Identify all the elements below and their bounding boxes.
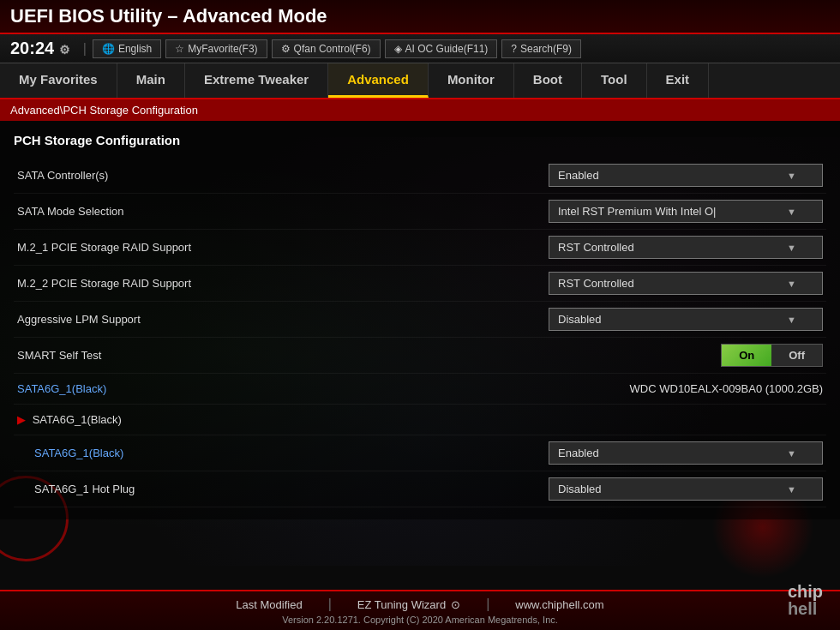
qfan-button[interactable]: ⚙ Qfan Control(F6): [272, 39, 381, 58]
chevron-down-icon-1: ▼: [787, 207, 796, 217]
dropdown-wrapper-3[interactable]: RST Controlled▼: [549, 272, 823, 295]
main-content: PCH Storage Configuration SATA Controlle…: [0, 121, 840, 519]
breadcrumb: Advanced\PCH Storage Configuration: [0, 99, 840, 121]
search-button[interactable]: ? Search(F9): [501, 39, 581, 58]
nav-tab-monitor[interactable]: Monitor: [429, 63, 514, 98]
chevron-down-icon-3: ▼: [787, 279, 796, 289]
nav-tab-main[interactable]: Main: [117, 63, 185, 98]
dropdown-value-2: RST Controlled: [558, 241, 787, 254]
row-arrow-icon: ▶: [17, 413, 29, 426]
config-label-3: M.2_2 PCIE Storage RAID Support: [17, 277, 343, 290]
config-value-3: RST Controlled▼: [343, 272, 823, 295]
myfavorite-button[interactable]: ☆ MyFavorite(F3): [165, 39, 267, 58]
footer: Last Modified | EZ Tuning Wizard ⊙ | www…: [0, 590, 840, 630]
header-top-bar: UEFI BIOS Utility – Advanced Mode: [0, 0, 840, 34]
nav-tab-tool[interactable]: Tool: [582, 63, 647, 98]
toggle-on-button-5[interactable]: On: [722, 345, 771, 366]
chevron-down-icon-9: ▼: [787, 484, 796, 495]
qfan-label: Qfan Control(F6): [294, 43, 371, 55]
nav-bar: My FavoritesMainExtreme TweakerAdvancedM…: [0, 63, 840, 99]
dropdown-wrapper-9[interactable]: Disabled▼: [549, 477, 823, 501]
ez-tuning-label: EZ Tuning Wizard: [357, 598, 446, 611]
ai-oc-icon: ◈: [394, 43, 402, 55]
ai-oc-label: AI OC Guide(F11): [405, 43, 489, 55]
dropdown-wrapper-2[interactable]: RST Controlled▼: [549, 236, 823, 259]
dropdown-8[interactable]: Enabled▼: [549, 441, 823, 465]
config-row-5: SMART Self TestOnOff: [14, 338, 826, 374]
language-label: English: [118, 43, 152, 55]
last-modified-button[interactable]: Last Modified: [236, 598, 302, 611]
toolbar-separator-1: |: [83, 41, 87, 57]
website-label: www.chiphell.com: [515, 598, 603, 611]
config-value-5: OnOff: [343, 344, 823, 367]
search-label: Search(F9): [520, 43, 572, 55]
dropdown-wrapper-8[interactable]: Enabled▼: [549, 441, 823, 465]
toggle-group-5: OnOff: [721, 344, 823, 367]
dropdown-value-3: RST Controlled: [558, 277, 787, 290]
dropdown-wrapper-1[interactable]: Intel RST Premium With Intel O|▼: [549, 200, 823, 223]
ez-tuning-button[interactable]: EZ Tuning Wizard ⊙: [357, 598, 460, 611]
footer-sep-2: |: [486, 597, 489, 612]
config-label-9: SATA6G_1 Hot Plug: [17, 483, 343, 495]
ai-oc-button[interactable]: ◈ AI OC Guide(F11): [385, 39, 498, 58]
device-text-6: WDC WD10EALX-009BA0 (1000.2GB): [630, 382, 823, 395]
dropdown-wrapper-0[interactable]: Enabled▼: [549, 164, 823, 187]
ez-tuning-icon: ⊙: [451, 598, 460, 611]
nav-tab-advanced[interactable]: Advanced: [328, 63, 429, 98]
qfan-icon: ⚙: [281, 43, 291, 55]
dropdown-9[interactable]: Disabled▼: [549, 477, 823, 501]
dropdown-wrapper-4[interactable]: Disabled▼: [549, 308, 823, 331]
chevron-down-icon-2: ▼: [787, 243, 796, 253]
chevron-down-icon-4: ▼: [787, 315, 796, 325]
website-link[interactable]: www.chiphell.com: [515, 598, 603, 611]
time-display: 20:24 ⚙: [10, 39, 70, 58]
config-value-2: RST Controlled▼: [343, 236, 823, 259]
dropdown-value-4: Disabled: [558, 313, 787, 326]
config-value-1: Intel RST Premium With Intel O|▼: [343, 200, 823, 223]
gear-icon: ⚙: [59, 43, 70, 57]
config-label-2: M.2_1 PCIE Storage RAID Support: [17, 241, 343, 254]
dropdown-2[interactable]: RST Controlled▼: [549, 236, 823, 259]
dropdown-1[interactable]: Intel RST Premium With Intel O|▼: [549, 200, 823, 223]
language-button[interactable]: 🌐 English: [93, 39, 161, 58]
toolbar: 20:24 ⚙ | 🌐 English ☆ MyFavorite(F3) ⚙ Q…: [0, 34, 840, 63]
config-label-6: SATA6G_1(Black): [17, 382, 343, 395]
config-label-5: SMART Self Test: [17, 349, 343, 362]
chiphell-logo: chip hell: [788, 583, 823, 617]
last-modified-label: Last Modified: [236, 598, 302, 611]
config-label-4: Aggressive LPM Support: [17, 313, 343, 326]
time-text: 20:24: [10, 39, 54, 57]
config-label-7: ▶ SATA6G_1(Black): [17, 413, 343, 426]
config-label-8: SATA6G_1(Black): [17, 447, 343, 459]
toggle-off-button-5[interactable]: Off: [771, 345, 822, 366]
config-row-0: SATA Controller(s)Enabled▼: [14, 158, 826, 194]
dropdown-4[interactable]: Disabled▼: [549, 308, 823, 331]
dropdown-value-9: Disabled: [558, 483, 787, 495]
search-icon: ?: [511, 43, 517, 55]
language-globe-icon: 🌐: [102, 43, 115, 55]
myfavorite-icon: ☆: [175, 43, 184, 55]
chevron-down-icon-8: ▼: [787, 448, 796, 459]
nav-tab-my-favorites[interactable]: My Favorites: [0, 63, 117, 98]
config-row-8: SATA6G_1(Black)Enabled▼: [14, 435, 826, 471]
dropdown-value-0: Enabled: [558, 169, 787, 182]
bios-title: UEFI BIOS Utility – Advanced Mode: [10, 5, 830, 27]
nav-tab-extreme-tweaker[interactable]: Extreme Tweaker: [185, 63, 328, 98]
config-label-0: SATA Controller(s): [17, 169, 343, 182]
footer-version: Version 2.20.1271. Copyright (C) 2020 Am…: [17, 615, 823, 625]
dropdown-value-1: Intel RST Premium With Intel O|: [558, 205, 787, 218]
footer-sep-1: |: [328, 597, 332, 612]
footer-links: Last Modified | EZ Tuning Wizard ⊙ | www…: [17, 597, 823, 612]
config-row-2: M.2_1 PCIE Storage RAID SupportRST Contr…: [14, 230, 826, 266]
dropdown-value-8: Enabled: [558, 447, 787, 459]
config-row-6: SATA6G_1(Black)WDC WD10EALX-009BA0 (1000…: [14, 374, 826, 405]
config-rows: SATA Controller(s)Enabled▼SATA Mode Sele…: [14, 158, 826, 507]
nav-tab-exit[interactable]: Exit: [647, 63, 710, 98]
dropdown-0[interactable]: Enabled▼: [549, 164, 823, 187]
chevron-down-icon-0: ▼: [787, 171, 796, 181]
dropdown-3[interactable]: RST Controlled▼: [549, 272, 823, 295]
config-row-7: ▶ SATA6G_1(Black): [14, 405, 826, 435]
nav-tab-boot[interactable]: Boot: [514, 63, 582, 98]
config-row-4: Aggressive LPM SupportDisabled▼: [14, 302, 826, 338]
config-row-3: M.2_2 PCIE Storage RAID SupportRST Contr…: [14, 266, 826, 302]
